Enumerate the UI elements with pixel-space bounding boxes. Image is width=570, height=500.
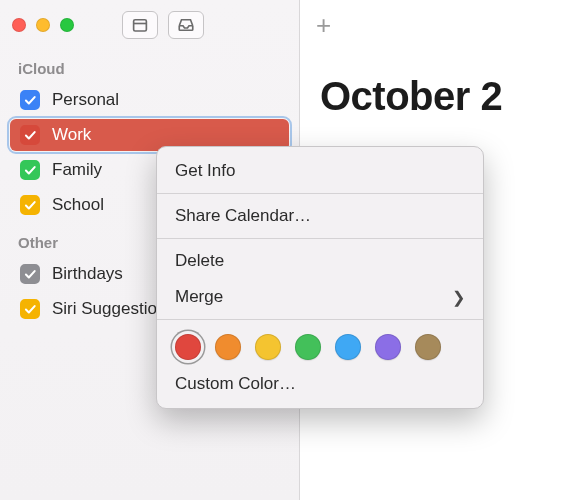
calendar-context-menu: Get Info Share Calendar… Delete Merge ❯ … <box>156 146 484 409</box>
menu-separator <box>157 193 483 194</box>
color-swatch[interactable] <box>175 334 201 360</box>
menu-share-calendar[interactable]: Share Calendar… <box>157 198 483 234</box>
color-swatch[interactable] <box>255 334 281 360</box>
menu-separator <box>157 319 483 320</box>
checkbox-icon[interactable] <box>20 125 40 145</box>
menu-merge[interactable]: Merge ❯ <box>157 279 483 315</box>
close-window-button[interactable] <box>12 18 26 32</box>
section-header-icloud: iCloud <box>0 50 299 81</box>
checkbox-icon[interactable] <box>20 264 40 284</box>
color-swatch[interactable] <box>415 334 441 360</box>
zoom-window-button[interactable] <box>60 18 74 32</box>
checkbox-icon[interactable] <box>20 90 40 110</box>
add-event-button[interactable]: + <box>316 10 331 41</box>
calendar-item-personal[interactable]: Personal <box>10 84 289 116</box>
month-heading: October 2 <box>300 50 570 119</box>
calendar-label: Work <box>52 125 91 145</box>
minimize-window-button[interactable] <box>36 18 50 32</box>
checkbox-icon[interactable] <box>20 195 40 215</box>
color-swatch[interactable] <box>215 334 241 360</box>
menu-delete[interactable]: Delete <box>157 243 483 279</box>
checkbox-icon[interactable] <box>20 160 40 180</box>
menu-separator <box>157 238 483 239</box>
calendar-view-button[interactable] <box>122 11 158 39</box>
window-controls <box>12 18 74 32</box>
chevron-right-icon: ❯ <box>452 288 465 307</box>
main-toolbar: + <box>300 0 570 50</box>
color-swatch[interactable] <box>295 334 321 360</box>
inbox-button[interactable] <box>168 11 204 39</box>
color-swatch-row <box>157 324 483 366</box>
calendar-label: Personal <box>52 90 119 110</box>
window-titlebar <box>0 0 299 50</box>
svg-rect-0 <box>134 20 147 31</box>
menu-get-info[interactable]: Get Info <box>157 153 483 189</box>
checkbox-icon[interactable] <box>20 299 40 319</box>
calendar-label: School <box>52 195 104 215</box>
color-swatch[interactable] <box>375 334 401 360</box>
calendar-label: Birthdays <box>52 264 123 284</box>
color-swatch[interactable] <box>335 334 361 360</box>
menu-custom-color[interactable]: Custom Color… <box>157 366 483 402</box>
calendar-label: Family <box>52 160 102 180</box>
